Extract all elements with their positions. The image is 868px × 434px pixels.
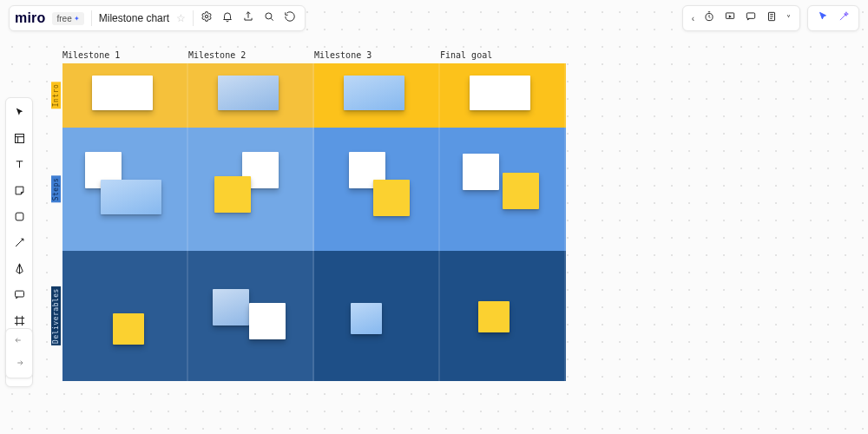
chevron-down-icon[interactable]: ˅	[786, 14, 791, 23]
svg-point-1	[266, 13, 272, 19]
col-header[interactable]: Final goal	[440, 50, 566, 60]
redo-icon[interactable]	[13, 357, 25, 372]
settings-icon[interactable]	[201, 10, 213, 26]
connect-tool-icon[interactable]	[10, 233, 28, 251]
undo-redo-panel	[5, 328, 33, 378]
export-icon[interactable]	[242, 10, 254, 26]
timer-icon[interactable]	[703, 10, 715, 26]
sticky-note[interactable]	[351, 303, 382, 334]
divider	[193, 10, 194, 26]
cell[interactable]	[188, 128, 314, 251]
cell[interactable]	[440, 63, 566, 128]
history-icon[interactable]	[284, 10, 296, 26]
wand-icon[interactable]	[838, 10, 850, 26]
col-header[interactable]: Milestone 1	[62, 50, 188, 60]
svg-rect-8	[15, 291, 23, 297]
top-bar-left: miro free✦ Milestone chart ☆	[9, 5, 306, 31]
notes-icon[interactable]	[766, 10, 778, 26]
plan-star: ✦	[74, 15, 80, 23]
sticky-note[interactable]	[92, 76, 153, 110]
comment-mode-icon[interactable]	[745, 10, 757, 26]
sticky-note[interactable]	[113, 313, 144, 345]
sticky-tool-icon[interactable]	[10, 181, 28, 199]
svg-rect-4	[746, 13, 754, 18]
cell[interactable]	[62, 128, 188, 251]
row-label-intro[interactable]: Intro	[51, 82, 61, 109]
plan-label: free	[56, 14, 71, 23]
sticky-note[interactable]	[503, 173, 539, 209]
comment-tool-icon[interactable]	[10, 286, 28, 303]
row-label-deliverables[interactable]: Deliverables	[51, 286, 61, 345]
cell[interactable]	[62, 63, 188, 128]
cursor-mode-panel	[807, 5, 859, 31]
sticky-note[interactable]	[470, 76, 530, 110]
favorite-star-icon[interactable]: ☆	[176, 12, 186, 24]
text-tool-icon[interactable]	[10, 155, 28, 173]
cell[interactable]	[440, 251, 566, 381]
board-action-icons	[201, 10, 296, 26]
col-header[interactable]: Milestone 2	[188, 50, 314, 60]
cell[interactable]	[314, 251, 440, 381]
present-icon[interactable]	[724, 10, 736, 26]
cell[interactable]	[62, 251, 188, 381]
sticky-note[interactable]	[344, 76, 404, 110]
top-bar-right: ‹ ˅	[682, 5, 859, 31]
templates-icon[interactable]	[10, 129, 28, 147]
pen-tool-icon[interactable]	[10, 260, 28, 277]
undo-icon[interactable]	[13, 334, 25, 350]
cell[interactable]	[314, 128, 440, 251]
sticky-note[interactable]	[101, 180, 161, 214]
svg-rect-7	[16, 213, 23, 220]
plan-badge[interactable]: free✦	[52, 12, 83, 25]
sticky-note[interactable]	[249, 303, 286, 339]
miro-logo[interactable]: miro	[15, 10, 45, 26]
bell-icon[interactable]	[221, 10, 233, 26]
sticky-note[interactable]	[218, 76, 279, 110]
collab-tools-panel: ‹ ˅	[682, 5, 800, 31]
sticky-note[interactable]	[213, 289, 249, 326]
row-label-steps[interactable]: Steps	[51, 176, 61, 203]
cell[interactable]	[188, 251, 314, 381]
sticky-note[interactable]	[214, 176, 251, 213]
svg-rect-6	[15, 134, 23, 142]
column-headers: Milestone 1 Milestone 2 Milestone 3 Fina…	[62, 50, 566, 60]
cell[interactable]	[314, 63, 440, 128]
row-steps: Steps	[62, 128, 566, 251]
select-tool-icon[interactable]	[10, 103, 28, 121]
svg-point-0	[205, 15, 208, 18]
sticky-note[interactable]	[373, 180, 410, 216]
board-title[interactable]: Milestone chart	[99, 12, 169, 24]
divider	[91, 10, 92, 26]
sticky-note[interactable]	[478, 301, 510, 332]
row-intro: Intro	[62, 63, 566, 128]
cursor-icon[interactable]	[817, 10, 829, 26]
cell[interactable]	[440, 128, 566, 251]
shape-tool-icon[interactable]	[10, 207, 28, 225]
sticky-note[interactable]	[463, 154, 499, 190]
frame-tool-icon[interactable]	[10, 312, 28, 329]
milestone-board[interactable]: Milestone 1 Milestone 2 Milestone 3 Fina…	[62, 50, 566, 381]
col-header[interactable]: Milestone 3	[314, 50, 440, 60]
row-deliverables: Deliverables	[62, 251, 566, 381]
expand-left-icon[interactable]: ‹	[692, 14, 694, 23]
search-icon[interactable]	[263, 10, 275, 26]
cell[interactable]	[188, 63, 314, 128]
